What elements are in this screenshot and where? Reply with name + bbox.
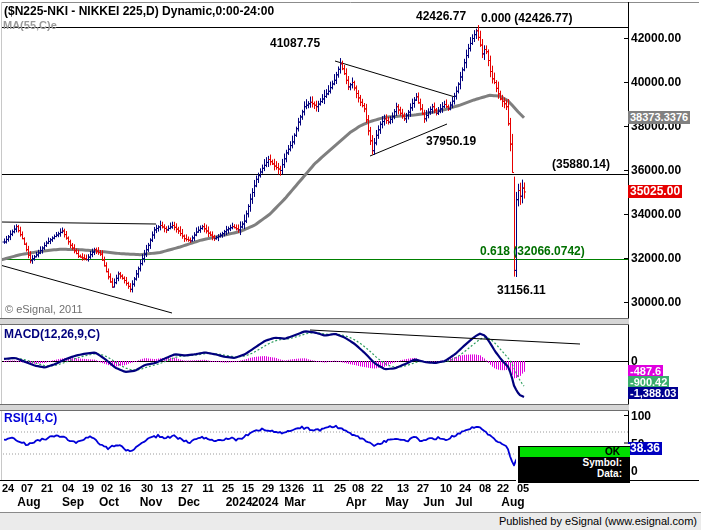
status-overlay: OK Symbol: Data: [516,444,630,483]
price-axis-tick: 32000.00 [631,251,681,265]
price-annotation: 37950.19 [426,134,476,148]
x-axis-day-label: 27 [414,482,432,494]
x-axis-month-label: Mar [278,495,312,509]
price-annotation: 41087.75 [270,36,320,50]
price-annotation: 42426.77 [416,9,466,23]
x-axis-day-label: 02 [98,482,116,494]
x-axis-month-label: Jul [447,495,481,509]
x-axis-day-label: 29 [259,482,277,494]
esignal-watermark: © eSignal, 2011 [5,303,83,315]
x-axis-day-label: 13 [394,482,412,494]
published-by-bar: Published by eSignal (www.esignal.com) [0,512,701,530]
x-axis-day-label: 24 [456,482,474,494]
x-axis-month-label: Nov [134,495,168,509]
x-axis-day-label: 21 [38,482,56,494]
x-axis-day-label: 24 [0,482,17,494]
x-axis-day-label: 25 [219,482,237,494]
x-axis-day-label: 15 [239,482,257,494]
x-axis-day-label: 25 [331,482,349,494]
rsi-axis-tick: 0 [631,464,638,478]
overlay-data-row: Data: [518,468,630,479]
price-axis-tick: 34000.00 [631,207,681,221]
price-axis-tick: 40000.00 [631,75,681,89]
x-axis-day-label: 10 [437,482,455,494]
price-annotation: 0.618 (32066.0742) [480,244,585,258]
x-axis-month-label: Jun [417,495,451,509]
panel-separator[interactable] [0,404,629,411]
ma55-value-badge: 38373.3376 [628,111,690,124]
x-axis-month-label: Apr [339,495,373,509]
x-axis-day-label: 27 [178,482,196,494]
x-axis-month-label: Aug [496,495,530,509]
x-axis-month-label: May [380,495,414,509]
x-axis-month-label: Sep [56,495,90,509]
x-axis-month-label: 2024 [248,495,282,509]
x-axis-day-label: 08 [349,482,367,494]
price-axis-tick: 42000.00 [631,31,681,45]
x-axis-day-label: 22 [368,482,386,494]
price-annotation: (35880.14) [552,157,610,171]
price-axis-tick: 36000.00 [631,163,681,177]
macd-study-label: MACD(12,26,9,C) [4,327,100,341]
x-axis-day-label: 11 [199,482,217,494]
price-annotation: 0.000 (42426.77) [481,11,572,25]
x-axis-day-label: 11 [309,482,327,494]
x-axis-day-label: 07 [18,482,36,494]
x-axis-day-label: 30 [138,482,156,494]
ok-button[interactable]: OK [520,447,630,457]
last-price-badge: 35025.00 [628,185,682,198]
ma-study-label: MA(55,C)e [3,19,57,31]
rsi-value-badge: 38.36 [628,442,662,455]
macd-value-badge: -1,388.03 [628,387,678,399]
x-axis-day-label: 26 [289,482,307,494]
x-axis-day-label: 13 [158,482,176,494]
chart-title: ($N225-NKI - NIKKEI 225,D) Dynamic,0:00-… [4,4,274,18]
x-axis-day-label: 04 [59,482,77,494]
x-axis-month-label: Aug [12,495,46,509]
x-axis-day-label: 22 [494,482,512,494]
x-axis-month-label: Oct [92,495,126,509]
x-axis-day-label: 08 [476,482,494,494]
rsi-study-label: RSI(14,C) [4,411,57,425]
rsi-axis-tick: 100 [631,409,651,423]
x-axis-day-label: 16 [116,482,134,494]
x-axis-day-label: 19 [79,482,97,494]
panel-separator[interactable] [0,318,629,325]
price-annotation: 31156.11 [497,283,546,297]
x-axis-day-label: 05 [514,482,532,494]
overlay-symbol-row: Symbol: [518,457,630,468]
esignal-chart-window: ($N225-NKI - NIKKEI 225,D) Dynamic,0:00-… [0,0,701,530]
x-axis-month-label: Dec [172,495,206,509]
price-axis-tick: 30000.00 [631,295,681,309]
